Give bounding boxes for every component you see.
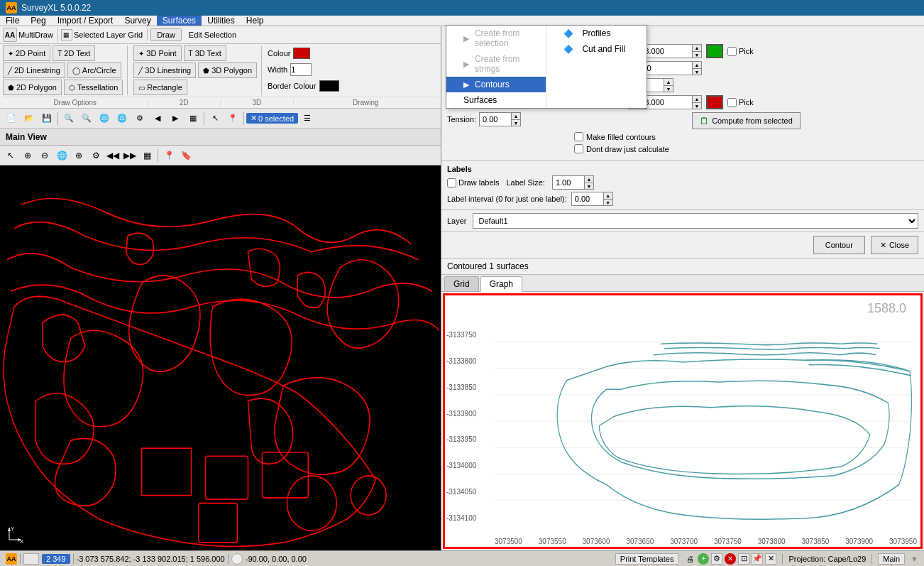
tension-up[interactable]: ▲	[511, 112, 521, 119]
2d-text-btn[interactable]: T 2D Text	[53, 45, 95, 61]
start-level-color[interactable]	[706, 44, 723, 58]
3d-text-btn[interactable]: T 3D Text	[184, 45, 226, 61]
status-icon-1[interactable]	[23, 553, 39, 565]
restore-icon[interactable]: ⊡	[738, 553, 749, 565]
end-level-up[interactable]: ▲	[692, 95, 702, 102]
interval-up[interactable]: ▲	[692, 61, 702, 68]
tension-input[interactable]	[479, 112, 511, 126]
tool-list[interactable]: ☰	[299, 110, 316, 127]
tool-globe[interactable]: 🌐	[96, 110, 113, 127]
2d-polygon-btn[interactable]: ⬟ 2D Polygon	[3, 80, 62, 95]
label-size-down[interactable]: ▼	[584, 183, 594, 190]
2d-linestring-btn[interactable]: ╱ 2D Linestring	[3, 62, 65, 78]
tool-save[interactable]: 💾	[38, 110, 55, 127]
tool-pin[interactable]: 📍	[224, 110, 241, 127]
tool-zoom-in[interactable]: 🔍	[60, 110, 77, 127]
compute-from-selected-button[interactable]: 🗒 Compute from selected	[692, 112, 801, 129]
3d-polygon-btn[interactable]: ⬟ 3D Polygon	[198, 62, 257, 78]
menu-survey[interactable]: Survey	[119, 16, 156, 26]
cut-and-fill-item[interactable]: 🔷 Cut and Fill	[546, 41, 646, 57]
create-from-strings-item[interactable]: ▶ Create from strings	[446, 51, 546, 77]
label-interval-spinbox[interactable]: ▲ ▼	[571, 192, 613, 206]
mv-nav-right[interactable]: ▶▶	[122, 148, 138, 163]
label-interval-up[interactable]: ▲	[603, 192, 613, 199]
label-size-spinbox[interactable]: ▲ ▼	[552, 175, 594, 190]
settings-icon-status[interactable]: ⚙	[711, 553, 722, 565]
selected-count-badge[interactable]: ✕ 0 selected	[246, 113, 298, 124]
tool-open[interactable]: 📂	[21, 110, 38, 127]
tool-zoom-out[interactable]: 🔍	[78, 110, 95, 127]
tab-edit-sel[interactable]: Edit Selection	[182, 28, 243, 41]
mv-arrow[interactable]: ↖	[3, 148, 18, 163]
add-icon[interactable]: +	[698, 553, 709, 565]
create-from-selection-item[interactable]: ▶ Create from selection	[446, 26, 546, 51]
close-icon-status[interactable]: ✕	[765, 553, 776, 565]
mv-settings[interactable]: ⚙	[88, 148, 104, 163]
menu-utilities[interactable]: Utilities	[202, 16, 241, 26]
tool-grid[interactable]: ▦	[185, 110, 202, 127]
tab-graph[interactable]: Graph	[480, 276, 522, 292]
label-interval-down[interactable]: ▼	[603, 199, 613, 206]
remove-icon[interactable]: ✕	[725, 553, 736, 565]
mv-globe[interactable]: 🌐	[54, 148, 70, 163]
menu-file[interactable]: File	[0, 16, 25, 26]
3d-linestring-btn[interactable]: ╱ 3D Linestring	[133, 62, 196, 78]
tool-right[interactable]: ▶	[167, 110, 184, 127]
mv-zoom-in[interactable]: ⊕	[20, 148, 35, 163]
grid-icon[interactable]: ▦	[61, 29, 72, 40]
pin-icon-status[interactable]: 📌	[752, 553, 763, 565]
graph-container[interactable]: 1588.0 -3133750 -3133800 -3133850 -31339…	[443, 293, 923, 549]
mv-grid[interactable]: ▦	[139, 148, 155, 163]
tab-grid[interactable]: Grid	[444, 276, 479, 291]
mv-bookmark[interactable]: 🔖	[178, 148, 194, 163]
tool-globe2[interactable]: 🌐	[114, 110, 131, 127]
label-size-input[interactable]	[552, 175, 584, 190]
end-pick-checkbox[interactable]	[727, 98, 737, 107]
tension-down[interactable]: ▼	[511, 119, 521, 126]
menu-help[interactable]: Help	[241, 16, 270, 26]
print-icon[interactable]: 🖨	[684, 553, 695, 565]
count-down[interactable]: ▼	[664, 85, 673, 92]
colour-picker[interactable]	[293, 48, 310, 59]
label-interval-input[interactable]	[571, 192, 603, 206]
tool-left[interactable]: ◀	[149, 110, 166, 127]
count-up[interactable]: ▲	[664, 78, 673, 85]
rectangle-btn[interactable]: ▭ Rectangle	[133, 80, 187, 95]
label-size-up[interactable]: ▲	[584, 175, 594, 183]
tab-draw[interactable]: Draw	[150, 28, 182, 41]
2d-point-btn[interactable]: ✦ 2D Point	[3, 45, 50, 61]
mv-nav-left[interactable]: ◀◀	[105, 148, 121, 163]
dont-draw-checkbox[interactable]	[574, 144, 583, 153]
tool-new[interactable]: 📄	[3, 110, 20, 127]
print-templates-btn[interactable]: Print Templates	[615, 553, 679, 565]
start-level-down[interactable]: ▼	[692, 51, 702, 58]
draw-labels-checkbox[interactable]	[447, 178, 456, 187]
profiles-item[interactable]: 🔷 Profiles	[546, 26, 646, 41]
status-eye-icon[interactable]	[231, 553, 243, 565]
dropdown-arrow[interactable]: ▼	[911, 555, 918, 563]
menu-surfaces[interactable]: Surfaces	[157, 16, 202, 26]
arc-circle-btn[interactable]: ◯ Arc/Circle	[67, 62, 121, 78]
surfaces-item[interactable]: Surfaces	[446, 92, 546, 108]
mv-pin[interactable]: 📍	[161, 148, 177, 163]
contour-button[interactable]: Contour	[813, 236, 865, 254]
start-level-up[interactable]: ▲	[692, 44, 702, 51]
mv-zoom-out[interactable]: ⊖	[37, 148, 53, 163]
tool-settings[interactable]: ⚙	[131, 110, 148, 127]
tessellation-btn[interactable]: ⬡ Tessellation	[64, 80, 123, 95]
close-button[interactable]: ✕ Close	[871, 236, 918, 254]
menu-peg[interactable]: Peg	[25, 16, 51, 26]
end-level-down[interactable]: ▼	[692, 102, 702, 109]
tension-spinbox[interactable]: ▲ ▼	[479, 112, 521, 126]
start-pick-checkbox[interactable]	[727, 47, 737, 56]
map-canvas-area[interactable]: Y X	[0, 165, 441, 550]
tool-cursor[interactable]: ↖	[207, 110, 224, 127]
menu-import-export[interactable]: Import / Export	[52, 16, 119, 26]
interval-down[interactable]: ▼	[692, 68, 702, 75]
layer-select[interactable]: Default1	[473, 213, 918, 229]
multidraw-icon[interactable]: AA	[3, 28, 17, 42]
border-colour-picker[interactable]	[319, 80, 339, 92]
main-view-btn[interactable]: Main	[878, 553, 905, 565]
mv-globe2[interactable]: ⊕	[71, 148, 87, 163]
make-filled-checkbox[interactable]	[574, 132, 583, 141]
